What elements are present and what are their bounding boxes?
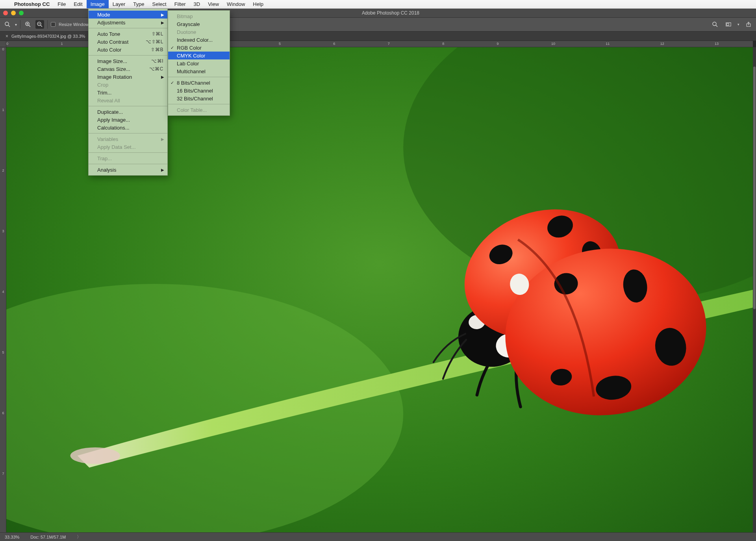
menu-item-label: Indexed Color... bbox=[177, 37, 213, 43]
svg-line-1 bbox=[8, 25, 10, 27]
svg-line-3 bbox=[29, 25, 30, 27]
menu-shortcut: ⇧⌘B bbox=[151, 47, 163, 52]
ruler-tick: 4 bbox=[0, 290, 6, 294]
zoom-tool-icon[interactable] bbox=[3, 20, 12, 29]
menubar-item-filter[interactable]: Filter bbox=[170, 0, 190, 8]
menu-item-color-table: Color Table... bbox=[168, 106, 230, 114]
submenu-arrow-icon: ▶ bbox=[161, 168, 164, 172]
submenu-arrow-icon: ▶ bbox=[161, 20, 164, 25]
menu-item-label: Analysis bbox=[97, 167, 116, 173]
app-name[interactable]: Photoshop CC bbox=[10, 1, 54, 7]
menu-item-grayscale[interactable]: Grayscale bbox=[168, 20, 230, 28]
menu-item-auto-contrast[interactable]: Auto Contrast⌥⇧⌘L bbox=[89, 38, 167, 46]
menu-item-lab-color[interactable]: Lab Color bbox=[168, 59, 230, 67]
ruler-tick: 7 bbox=[0, 472, 6, 476]
zoom-out-icon[interactable] bbox=[35, 20, 44, 29]
status-more-icon[interactable]: 〉 bbox=[77, 534, 81, 540]
frame-mode-icon[interactable] bbox=[724, 20, 733, 29]
ruler-tick: 0 bbox=[6, 42, 8, 46]
scrollbar-thumb[interactable] bbox=[753, 67, 756, 309]
menu-item-duotone: Duotone bbox=[168, 28, 230, 36]
menu-item-label: Image Rotation bbox=[97, 74, 132, 80]
menu-item-crop: Crop bbox=[89, 81, 167, 89]
menu-item-rgb-color[interactable]: ✓RGB Color bbox=[168, 44, 230, 52]
menu-item-image-size[interactable]: Image Size...⌥⌘I bbox=[89, 57, 167, 65]
tool-dropdown-icon[interactable]: ▾ bbox=[15, 22, 17, 27]
menu-separator bbox=[89, 152, 167, 153]
menu-item-label: Color Table... bbox=[177, 107, 207, 113]
zoom-window-button[interactable] bbox=[19, 11, 24, 15]
menu-item-duplicate[interactable]: Duplicate... bbox=[89, 108, 167, 116]
toolbar-divider bbox=[47, 20, 48, 29]
menu-item-auto-tone[interactable]: Auto Tone⇧⌘L bbox=[89, 30, 167, 38]
menu-item-label: Variables bbox=[97, 136, 118, 142]
svg-point-17 bbox=[70, 447, 120, 464]
menubar-item-view[interactable]: View bbox=[204, 0, 223, 8]
menu-item-image-rotation[interactable]: Image Rotation▶ bbox=[89, 73, 167, 81]
zoom-level[interactable]: 33.33% bbox=[5, 535, 19, 539]
document-tab[interactable]: × GettyImages-893470324.jpg @ 33.3% bbox=[2, 31, 89, 41]
menubar-item-type[interactable]: Type bbox=[129, 0, 148, 8]
menubar-item-layer[interactable]: Layer bbox=[109, 0, 130, 8]
menubar-item-file[interactable]: File bbox=[54, 0, 70, 8]
ruler-tick: 7 bbox=[388, 42, 390, 46]
frame-mode-dropdown-icon[interactable]: ▾ bbox=[737, 22, 739, 26]
close-window-button[interactable] bbox=[3, 11, 8, 15]
close-tab-icon[interactable]: × bbox=[6, 33, 8, 39]
ruler-tick: 0 bbox=[0, 47, 6, 51]
menu-item-auto-color[interactable]: Auto Color⇧⌘B bbox=[89, 46, 167, 54]
menu-item-mode[interactable]: Mode▶ bbox=[89, 11, 167, 19]
zoom-in-icon[interactable] bbox=[24, 20, 32, 29]
menu-item-label: Duotone bbox=[177, 29, 196, 35]
menu-item-label: Canvas Size... bbox=[97, 66, 130, 72]
share-icon[interactable] bbox=[744, 20, 753, 29]
menubar-item-3d[interactable]: 3D bbox=[190, 0, 204, 8]
svg-point-9 bbox=[713, 22, 716, 26]
mode-submenu[interactable]: BitmapGrayscaleDuotoneIndexed Color...✓R… bbox=[168, 10, 230, 116]
ruler-tick: 6 bbox=[333, 42, 335, 46]
menu-item-label: CMYK Color bbox=[177, 53, 205, 59]
menu-item-32-bits-channel[interactable]: 32 Bits/Channel bbox=[168, 94, 230, 102]
image-menu[interactable]: Mode▶Adjustments▶Auto Tone⇧⌘LAuto Contra… bbox=[88, 9, 168, 176]
menubar-item-image[interactable]: Image bbox=[87, 0, 109, 8]
menu-item-label: Image Size... bbox=[97, 58, 127, 64]
ruler-corner bbox=[0, 41, 6, 47]
menu-item-label: Auto Color bbox=[97, 47, 121, 53]
menubar-item-window[interactable]: Window bbox=[223, 0, 249, 8]
menu-item-label: Auto Contrast bbox=[97, 39, 129, 45]
doc-size[interactable]: Doc: 57.1M/57.1M bbox=[30, 535, 66, 539]
minimize-window-button[interactable] bbox=[11, 11, 16, 15]
menu-item-label: Apply Image... bbox=[97, 117, 130, 123]
menu-item-calculations[interactable]: Calculations... bbox=[89, 124, 167, 132]
menu-item-cmyk-color[interactable]: CMYK Color bbox=[168, 52, 230, 59]
ruler-tick: 1 bbox=[61, 42, 63, 46]
menu-item-analysis[interactable]: Analysis▶ bbox=[89, 166, 167, 174]
ruler-tick: 3 bbox=[0, 229, 6, 233]
search-icon[interactable] bbox=[711, 20, 719, 29]
resize-windows-checkbox[interactable] bbox=[51, 22, 56, 27]
menu-item-label: Bitmap bbox=[177, 13, 193, 19]
menubar-item-select[interactable]: Select bbox=[148, 0, 170, 8]
menu-shortcut: ⌥⌘C bbox=[149, 66, 163, 72]
menu-shortcut: ⇧⌘L bbox=[152, 31, 163, 37]
menubar-item-help[interactable]: Help bbox=[249, 0, 267, 8]
vertical-ruler[interactable]: 01234567 bbox=[0, 47, 6, 532]
ruler-tick: 2 bbox=[0, 169, 6, 172]
menu-item-trim[interactable]: Trim... bbox=[89, 89, 167, 96]
check-icon: ✓ bbox=[170, 45, 174, 50]
ruler-tick: 10 bbox=[551, 42, 555, 46]
menu-item-reveal-all: Reveal All bbox=[89, 96, 167, 104]
menu-item-16-bits-channel[interactable]: 16 Bits/Channel bbox=[168, 87, 230, 94]
vertical-scrollbar[interactable] bbox=[753, 47, 756, 532]
menu-item-8-bits-channel[interactable]: ✓8 Bits/Channel bbox=[168, 79, 230, 87]
menu-item-multichannel[interactable]: Multichannel bbox=[168, 67, 230, 75]
menu-item-apply-image[interactable]: Apply Image... bbox=[89, 116, 167, 124]
menu-item-trap: Trap... bbox=[89, 154, 167, 162]
mac-menubar[interactable]: Photoshop CC FileEditImageLayerTypeSelec… bbox=[0, 0, 756, 9]
menu-item-canvas-size[interactable]: Canvas Size...⌥⌘C bbox=[89, 65, 167, 73]
menu-item-indexed-color[interactable]: Indexed Color... bbox=[168, 36, 230, 44]
menu-item-adjustments[interactable]: Adjustments▶ bbox=[89, 19, 167, 26]
menubar-item-edit[interactable]: Edit bbox=[70, 0, 86, 8]
ruler-tick: 1 bbox=[0, 108, 6, 112]
menu-item-label: Multichannel bbox=[177, 69, 206, 74]
